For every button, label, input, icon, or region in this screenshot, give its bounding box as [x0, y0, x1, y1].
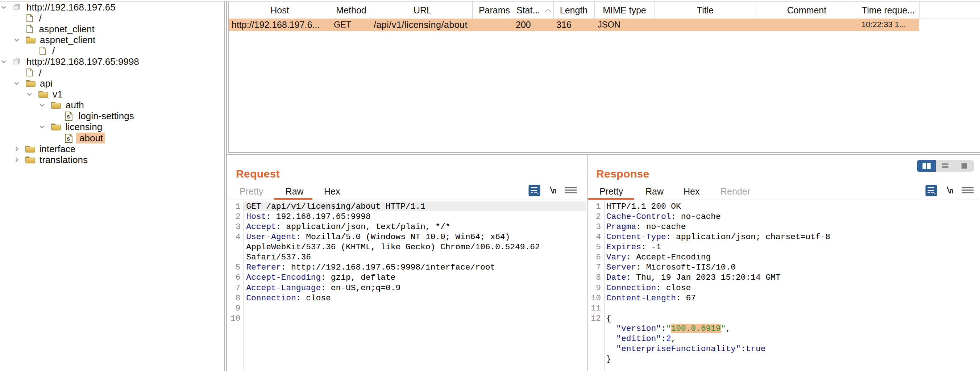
svg-text:s: s	[67, 113, 70, 120]
svg-text:s: s	[67, 135, 70, 143]
